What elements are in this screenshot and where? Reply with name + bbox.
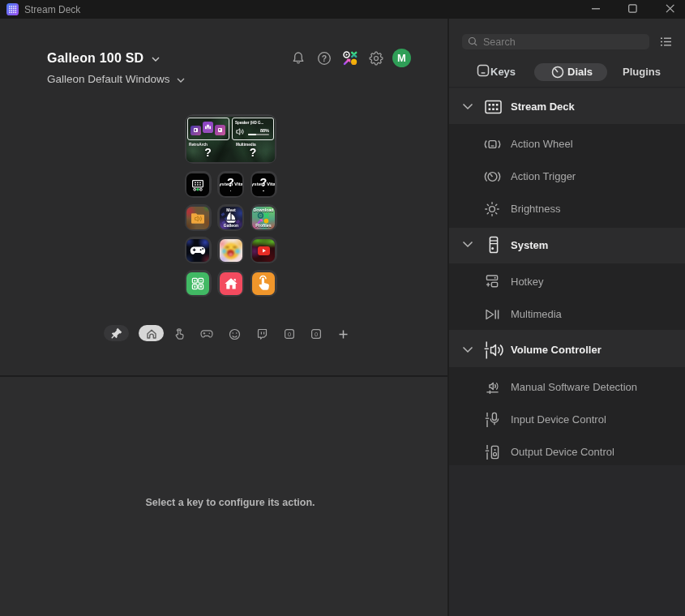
svg-text:0: 0 bbox=[315, 331, 318, 338]
svg-text:0: 0 bbox=[287, 331, 290, 338]
svg-text:?: ? bbox=[322, 53, 327, 63]
